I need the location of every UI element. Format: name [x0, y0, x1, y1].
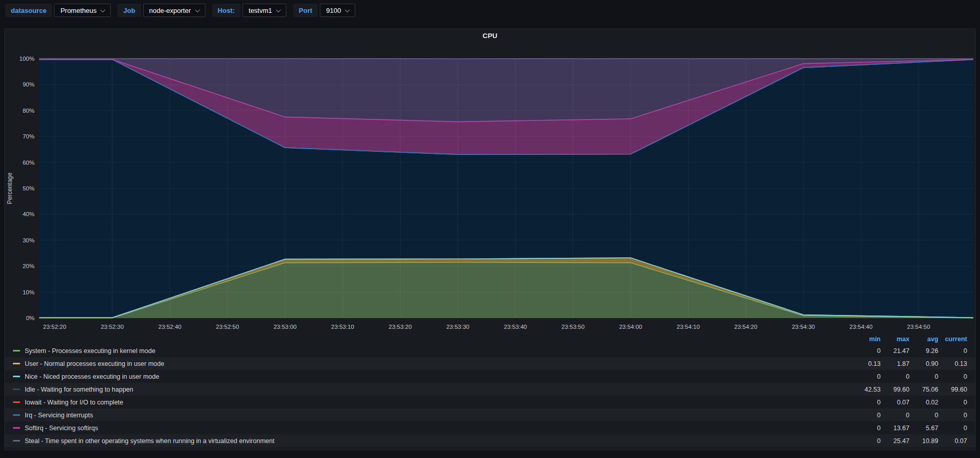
legend-sort-avg[interactable]: avg — [909, 336, 938, 343]
stat-current-softirq: 0 — [938, 425, 967, 432]
variable-label-datasource: datasource — [5, 4, 52, 17]
legend-header-row: minmaxavgcurrent — [5, 333, 975, 344]
svg-text:23:53:20: 23:53:20 — [389, 324, 412, 330]
series-color-swatch-steal[interactable] — [13, 440, 20, 442]
variable-select-host[interactable]: testvm1 — [243, 4, 287, 17]
stat-current-nice: 0 — [938, 373, 967, 380]
legend-sort-current[interactable]: current — [938, 336, 967, 343]
stat-min-idle: 42.53 — [852, 386, 881, 393]
chevron-down-icon — [100, 7, 106, 12]
series-label-nice[interactable]: Nice - Niced processes executing in user… — [25, 373, 852, 380]
svg-text:23:53:10: 23:53:10 — [331, 324, 354, 330]
series-color-swatch-idle[interactable] — [13, 389, 20, 390]
stat-min-nice: 0 — [852, 373, 881, 380]
legend-row-nice: Nice - Niced processes executing in user… — [5, 370, 975, 383]
variable-label-job: Job — [117, 4, 141, 17]
variable-select-job[interactable]: node-exporter — [143, 4, 205, 17]
svg-text:80%: 80% — [23, 108, 35, 114]
stat-avg-user: 0.90 — [909, 360, 938, 367]
series-label-steal[interactable]: Steal - Time spent in other operating sy… — [25, 437, 852, 445]
legend-row-iowait: Iowait - Waiting for I/O to complete00.0… — [5, 396, 975, 409]
legend-row-irq: Irq - Servicing interrupts0000 — [5, 409, 975, 421]
stat-avg-nice: 0 — [909, 373, 938, 380]
stat-avg-iowait: 0.02 — [909, 399, 938, 406]
series-color-swatch-softirq[interactable] — [13, 427, 20, 429]
svg-text:90%: 90% — [23, 81, 35, 87]
series-label-softirq[interactable]: Softirq - Servicing softirqs — [25, 425, 852, 432]
stat-max-nice: 0 — [881, 373, 909, 380]
svg-text:23:54:00: 23:54:00 — [619, 324, 642, 330]
stat-max-steal: 25.47 — [881, 437, 909, 445]
svg-text:23:53:30: 23:53:30 — [446, 324, 470, 330]
variable-label-host: Host: — [212, 4, 240, 17]
svg-text:20%: 20% — [23, 263, 35, 269]
series-label-system[interactable]: System - Processes executing in kernel m… — [25, 347, 852, 355]
legend-row-user: User - Normal processes executing in use… — [5, 357, 975, 370]
svg-text:23:54:40: 23:54:40 — [850, 324, 873, 330]
stat-max-irq: 0 — [881, 412, 909, 419]
svg-text:10%: 10% — [23, 289, 35, 295]
legend-sort-min[interactable]: min — [852, 336, 881, 343]
stat-max-idle: 99.60 — [881, 386, 909, 393]
svg-text:23:54:30: 23:54:30 — [792, 324, 815, 330]
svg-text:23:54:20: 23:54:20 — [734, 324, 758, 330]
variable-label-port: Port — [293, 4, 318, 17]
svg-text:40%: 40% — [23, 211, 35, 217]
variable-value-datasource: Prometheus — [60, 7, 96, 14]
stat-min-softirq: 0 — [852, 425, 881, 432]
svg-text:23:52:40: 23:52:40 — [158, 324, 181, 330]
svg-text:23:53:50: 23:53:50 — [561, 324, 584, 330]
series-color-swatch-nice[interactable] — [13, 376, 20, 377]
stat-avg-steal: 10.89 — [909, 437, 938, 445]
variable-value-job: node-exporter — [149, 7, 191, 14]
svg-text:23:54:10: 23:54:10 — [677, 324, 700, 330]
legend-row-idle: Idle - Waiting for something to happen42… — [5, 383, 975, 396]
series-color-swatch-system[interactable] — [13, 350, 20, 351]
stat-min-user: 0.13 — [852, 360, 881, 367]
series-color-swatch-iowait[interactable] — [13, 401, 20, 403]
series-label-idle[interactable]: Idle - Waiting for something to happen — [25, 386, 852, 393]
stat-max-softirq: 13.67 — [881, 425, 909, 432]
y-axis-title: Percentage — [6, 172, 13, 204]
legend-row-softirq: Softirq - Servicing softirqs013.675.670 — [5, 421, 975, 434]
stat-avg-softirq: 5.67 — [909, 425, 938, 432]
variable-port: Port9100 — [293, 4, 355, 17]
series-label-irq[interactable]: Irq - Servicing interrupts — [25, 412, 852, 419]
svg-text:23:53:00: 23:53:00 — [273, 324, 297, 330]
series-label-iowait[interactable]: Iowait - Waiting for I/O to complete — [25, 399, 852, 406]
stat-current-user: 0.13 — [938, 360, 967, 367]
stat-min-irq: 0 — [852, 412, 881, 419]
series-color-swatch-user[interactable] — [13, 363, 20, 364]
variables-toolbar: datasourcePrometheusJobnode-exporterHost… — [5, 4, 355, 17]
svg-text:60%: 60% — [23, 160, 35, 166]
legend-row-system: System - Processes executing in kernel m… — [5, 344, 975, 357]
cpu-chart-svg: 0%10%20%30%40%50%60%70%80%90%100%23:52:2… — [5, 42, 975, 333]
variable-value-host: testvm1 — [249, 7, 272, 14]
svg-text:0%: 0% — [26, 315, 35, 321]
svg-text:70%: 70% — [23, 133, 35, 139]
svg-text:100%: 100% — [20, 56, 35, 62]
legend-sort-max[interactable]: max — [881, 336, 909, 343]
series-color-swatch-irq[interactable] — [13, 414, 20, 416]
variable-select-port[interactable]: 9100 — [320, 4, 355, 17]
svg-text:23:52:30: 23:52:30 — [101, 324, 124, 330]
stat-avg-irq: 0 — [909, 412, 938, 419]
stat-max-user: 1.87 — [881, 360, 909, 367]
stat-current-iowait: 0 — [938, 399, 967, 406]
variable-job: Jobnode-exporter — [117, 4, 205, 17]
series-label-user[interactable]: User - Normal processes executing in use… — [25, 360, 852, 367]
svg-text:23:53:40: 23:53:40 — [504, 324, 527, 330]
chevron-down-icon — [276, 7, 281, 12]
chevron-down-icon — [195, 7, 200, 12]
cpu-panel: CPU 0%10%20%30%40%50%60%70%80%90%100%23:… — [4, 28, 976, 450]
svg-text:23:52:20: 23:52:20 — [43, 324, 66, 330]
stat-max-system: 21.47 — [881, 347, 909, 355]
variable-value-port: 9100 — [326, 7, 341, 14]
cpu-chart[interactable]: 0%10%20%30%40%50%60%70%80%90%100%23:52:2… — [5, 42, 975, 333]
panel-title[interactable]: CPU — [5, 32, 975, 40]
variable-datasource: datasourcePrometheus — [5, 4, 111, 17]
stat-avg-idle: 75.06 — [909, 386, 938, 393]
legend-table: minmaxavgcurrentSystem - Processes execu… — [5, 333, 975, 447]
variable-select-datasource[interactable]: Prometheus — [54, 4, 111, 17]
stat-current-system: 0 — [938, 347, 967, 355]
